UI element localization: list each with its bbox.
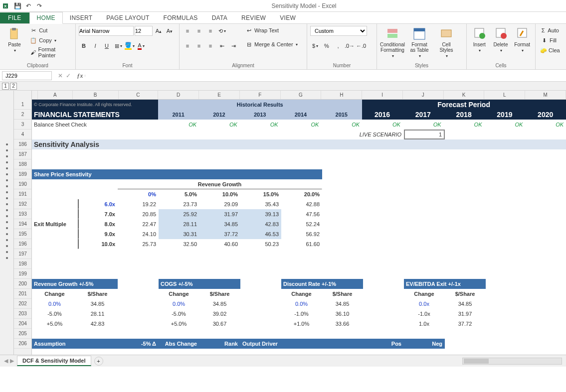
- outline-level-2[interactable]: 2: [10, 83, 17, 90]
- cell[interactable]: 56.92: [281, 229, 322, 239]
- cell[interactable]: 2011: [158, 110, 199, 120]
- cell[interactable]: 39.13: [240, 209, 281, 219]
- cell[interactable]: 31.97: [199, 209, 240, 219]
- tab-page-layout[interactable]: PAGE LAYOUT: [99, 12, 156, 23]
- cell[interactable]: 42.88: [281, 199, 322, 209]
- cell[interactable]: 30.67: [199, 319, 240, 329]
- accounting-button[interactable]: $▾: [310, 41, 320, 51]
- row-header[interactable]: 186: [14, 139, 31, 149]
- cell[interactable]: OK: [362, 120, 403, 130]
- row-header[interactable]: 194: [14, 219, 31, 229]
- row-header[interactable]: 200: [14, 279, 31, 289]
- cell[interactable]: 42.83: [78, 319, 118, 329]
- cell[interactable]: OK: [199, 120, 240, 130]
- row-header[interactable]: 190: [14, 179, 31, 189]
- paste-button[interactable]: Paste▾: [3, 26, 26, 68]
- format-cells-button[interactable]: Format▾: [512, 26, 532, 68]
- cell[interactable]: 2020: [525, 110, 566, 120]
- cell[interactable]: 20.85: [118, 209, 159, 219]
- cell[interactable]: 32.50: [159, 239, 199, 249]
- cell[interactable]: 8.0x: [78, 219, 118, 229]
- cell[interactable]: 33.66: [322, 319, 363, 329]
- align-right-button[interactable]: ≡: [205, 41, 215, 51]
- cell[interactable]: FINANCIAL STATEMENTS: [32, 110, 158, 120]
- cell[interactable]: 0%: [118, 189, 159, 199]
- cell[interactable]: $/Share: [199, 289, 240, 299]
- cell[interactable]: 28.11: [159, 219, 199, 229]
- row-header[interactable]: 199: [14, 269, 31, 279]
- col-header[interactable]: M: [525, 91, 566, 99]
- row-header[interactable]: 203: [14, 309, 31, 319]
- cell[interactable]: 52.24: [281, 219, 322, 229]
- align-middle-button[interactable]: ≡: [194, 26, 204, 36]
- format-painter-button[interactable]: 🖌Format Painter: [28, 46, 72, 59]
- cell[interactable]: 34.85: [199, 219, 240, 229]
- sheet-tab[interactable]: DCF & Sensitivity Model: [17, 356, 91, 366]
- cell[interactable]: 39.02: [199, 309, 240, 319]
- cell[interactable]: 10.0x: [78, 239, 118, 249]
- cell[interactable]: OK: [321, 120, 362, 130]
- cell[interactable]: 34.85: [78, 299, 118, 309]
- fx-icon[interactable]: ƒx: [75, 72, 85, 80]
- cell[interactable]: 6.0x: [78, 199, 118, 209]
- grow-font-button[interactable]: A▴: [154, 26, 164, 36]
- row-header[interactable]: 3: [14, 120, 31, 130]
- cell[interactable]: +1.0%: [281, 319, 322, 329]
- col-header[interactable]: [32, 91, 38, 99]
- fill-color-button[interactable]: 🪣▾: [125, 41, 135, 51]
- tab-file[interactable]: FILE: [0, 12, 29, 23]
- cell[interactable]: OK: [444, 120, 485, 130]
- comma-button[interactable]: ,: [333, 41, 343, 51]
- cell[interactable]: +5.0%: [159, 319, 199, 329]
- formula-bar[interactable]: [85, 75, 566, 77]
- cell[interactable]: 0.0x: [404, 299, 445, 309]
- enter-formula-icon[interactable]: ✓: [66, 72, 71, 79]
- cell[interactable]: Share Price Senstivity: [32, 169, 322, 179]
- cell[interactable]: Change: [159, 289, 199, 299]
- cell[interactable]: -5% Δ: [118, 339, 159, 349]
- cell[interactable]: $/Share: [322, 289, 363, 299]
- cell[interactable]: 1.0x: [404, 319, 445, 329]
- col-header[interactable]: H: [321, 91, 362, 99]
- outline-level-1[interactable]: 1: [2, 83, 9, 90]
- cell[interactable]: [118, 279, 159, 289]
- cell[interactable]: Historical Results: [158, 100, 362, 110]
- cell[interactable]: 47.56: [281, 209, 322, 219]
- cell[interactable]: Balance Sheet Check: [32, 120, 158, 130]
- cell[interactable]: 37.72: [199, 229, 240, 239]
- cell[interactable]: COGS +/-5%: [159, 279, 240, 289]
- orientation-button[interactable]: ⟲▾: [217, 26, 227, 36]
- cell[interactable]: [240, 279, 281, 289]
- decrease-decimal-button[interactable]: ←.0: [356, 41, 366, 51]
- cell[interactable]: -1.0x: [404, 309, 445, 319]
- cell[interactable]: [32, 229, 78, 239]
- cell[interactable]: Output Driver: [240, 339, 322, 349]
- font-color-button[interactable]: A▾: [136, 41, 146, 51]
- row-header[interactable]: 201: [14, 289, 31, 299]
- name-box[interactable]: [2, 71, 52, 80]
- cell[interactable]: 10.0%: [199, 189, 240, 199]
- cell[interactable]: 15.0%: [240, 189, 281, 199]
- cell[interactable]: 29.09: [199, 199, 240, 209]
- format-as-table-button[interactable]: Format as Table▾: [407, 26, 432, 68]
- row-header[interactable]: 188: [14, 159, 31, 169]
- cell[interactable]: 0.0%: [159, 299, 199, 309]
- cell[interactable]: 0.0%: [281, 299, 322, 309]
- row-header[interactable]: 204: [14, 319, 31, 329]
- conditional-formatting-button[interactable]: Conditional Formatting▾: [380, 26, 405, 68]
- bold-button[interactable]: B: [79, 41, 89, 51]
- cancel-formula-icon[interactable]: ✕: [58, 72, 63, 79]
- row-header[interactable]: 198: [14, 259, 31, 269]
- cell-styles-button[interactable]: Cell Styles▾: [434, 26, 459, 68]
- col-header[interactable]: K: [444, 91, 485, 99]
- row-header[interactable]: 197: [14, 249, 31, 259]
- cell[interactable]: Discount Rate +/-1%: [281, 279, 363, 289]
- italic-button[interactable]: I: [90, 41, 100, 51]
- increase-decimal-button[interactable]: .0→: [345, 41, 355, 51]
- tab-view[interactable]: VIEW: [273, 12, 303, 23]
- tab-insert[interactable]: INSERT: [63, 12, 100, 23]
- cell[interactable]: 25.73: [118, 239, 159, 249]
- percent-button[interactable]: %: [322, 41, 332, 51]
- indent-increase-button[interactable]: ⇥: [228, 41, 238, 51]
- cell[interactable]: 31.97: [445, 309, 486, 319]
